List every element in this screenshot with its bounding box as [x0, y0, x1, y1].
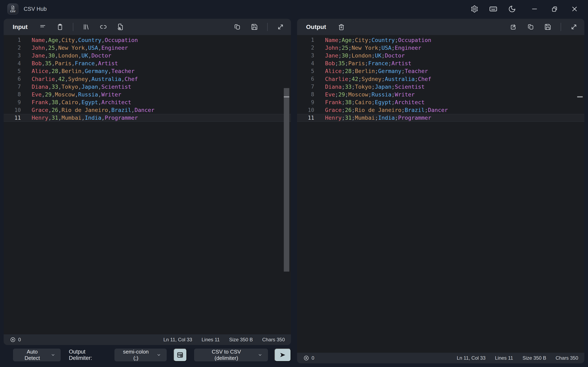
code-text: John,25,New York,USA,Engineer [32, 45, 128, 51]
keyboard-icon [489, 5, 497, 13]
code-text: Grace;26;Rio de Janeiro;Brazil;Dancer [325, 107, 448, 113]
app-icon-label: CSV [10, 10, 16, 13]
save-output-button[interactable] [544, 23, 552, 31]
line-number: 9 [297, 99, 318, 105]
settings-button[interactable] [470, 4, 479, 13]
input-format-dropdown[interactable]: Auto Detect [13, 349, 61, 361]
code-line: 3Jane,30,London,UK,Doctor [4, 52, 291, 59]
close-button[interactable] [570, 4, 579, 13]
code-line: 4Bob,35,Paris,France,Artist [4, 59, 291, 67]
input-char-count: Chars 350 [262, 337, 285, 342]
expand-icon [277, 24, 284, 30]
gear-icon [471, 5, 478, 13]
input-panel: Input [4, 19, 291, 345]
line-number: 4 [297, 60, 318, 67]
input-code-area: 1Name,Age,City,Country,Occupation2John,2… [4, 35, 291, 122]
line-number: 8 [4, 91, 24, 98]
expand-output-button[interactable] [570, 23, 578, 31]
library-button[interactable] [82, 23, 90, 31]
code-text: Jane,30,London,UK,Doctor [32, 52, 111, 59]
app-icon: CSV [7, 3, 18, 15]
toolbar-separator [73, 23, 73, 31]
theme-toggle-button[interactable] [508, 4, 517, 13]
output-delimiter-dropdown[interactable]: semi-colon (;) [114, 349, 167, 361]
code-line: 11Henry,31,Mumbai,India,Programmer [4, 114, 291, 122]
input-panel-title: Input [13, 24, 27, 30]
input-panel-header: Input [4, 19, 291, 35]
line-number: 11 [297, 115, 318, 121]
sample-data-button[interactable] [39, 23, 47, 31]
line-number: 2 [4, 45, 24, 51]
code-line: 7Diana;33;Tokyo;Japan;Scientist [297, 83, 584, 91]
window-title: CSV Hub [24, 6, 47, 12]
paste-button[interactable] [56, 23, 64, 31]
output-panel-header: Output [297, 19, 584, 35]
output-size: Size 350 B [522, 355, 546, 361]
copy-output-button[interactable] [526, 23, 535, 31]
code-line: 5Alice,28,Berlin,Germany,Teacher [4, 67, 291, 75]
clear-output-button[interactable] [337, 23, 346, 31]
code-text: Henry;31;Mumbai;India;Programmer [325, 115, 431, 121]
save-icon [251, 24, 258, 30]
input-error-count: 0 [18, 337, 21, 342]
code-text: Name,Age,City,Country,Occupation [32, 37, 138, 43]
error-circle-icon [10, 337, 16, 342]
code-text: Alice,28,Berlin,Germany,Teacher [32, 68, 135, 74]
save-input-button[interactable] [250, 23, 259, 31]
save-icon [544, 24, 551, 30]
line-number: 7 [297, 83, 318, 90]
output-delimiter-value: semi-colon (;) [120, 349, 152, 361]
copy-icon [234, 24, 241, 30]
open-file-button[interactable] [116, 23, 125, 31]
convert-button[interactable] [274, 349, 291, 361]
input-size: Size 350 B [229, 337, 253, 342]
keyboard-shortcuts-button[interactable] [489, 4, 498, 13]
copy-input-button[interactable] [233, 23, 242, 31]
code-line: 5Alice;28;Berlin;Germany;Teacher [297, 67, 584, 75]
line-number: 10 [4, 107, 24, 113]
line-number: 6 [4, 76, 24, 82]
line-number: 11 [4, 115, 24, 121]
input-scrollbar-thumb[interactable] [284, 88, 289, 272]
output-editor[interactable]: 1Name;Age;City;Country;Occupation2John;2… [297, 35, 584, 353]
send-icon [279, 351, 286, 359]
input-editor[interactable]: 1Name,Age,City,Country,Occupation2John,2… [4, 35, 291, 334]
share-output-button[interactable] [509, 23, 518, 31]
trash-icon [338, 24, 345, 30]
text-lines-icon [39, 24, 46, 30]
code-line: 1Name,Age,City,Country,Occupation [4, 36, 291, 44]
line-number: 5 [297, 68, 318, 74]
conversion-mode-dropdown[interactable]: CSV to CSV (delimiter) [194, 349, 268, 361]
table-view-button[interactable] [173, 349, 187, 361]
table-layout-icon [176, 351, 184, 359]
line-number: 1 [4, 37, 24, 43]
minimize-button[interactable] [530, 4, 539, 13]
code-line: 11Henry;31;Mumbai;India;Programmer [297, 114, 584, 122]
output-cursor-marker [577, 96, 583, 98]
toolbar-separator [267, 23, 268, 31]
moon-icon [508, 5, 516, 13]
output-scrollbar [577, 35, 583, 353]
code-line: 1Name;Age;City;Country;Occupation [297, 36, 584, 44]
output-error-counter: 0 [303, 355, 314, 361]
share-icon [510, 24, 517, 30]
code-line: 4Bob;35;Paris;France;Artist [297, 59, 584, 67]
code-text: Jane;30;London;UK;Doctor [325, 52, 405, 59]
chevron-down-icon [51, 353, 55, 357]
code-line: 9Frank,38,Cairo,Egypt,Architect [4, 99, 291, 106]
code-text: Frank;38;Cairo;Egypt;Architect [325, 99, 425, 105]
output-panel: Output [297, 19, 584, 363]
toolbar-separator [561, 23, 561, 31]
output-status-bar: 0 Ln 11, Col 33 Lines 11 Size 350 B Char… [297, 353, 584, 363]
restore-button[interactable] [550, 4, 559, 13]
output-cursor-position: Ln 11, Col 33 [457, 355, 485, 361]
code-line: 10Grace,26,Rio de Janeiro,Brazil,Dancer [4, 106, 291, 114]
expand-input-button[interactable] [276, 23, 285, 31]
input-scrollbar [284, 35, 289, 334]
code-text: Henry,31,Mumbai,India,Programmer [32, 115, 138, 121]
code-text: Grace,26,Rio de Janeiro,Brazil,Dancer [32, 107, 155, 113]
conversion-toolbar: Auto Detect Output Delimiter: semi-colon… [4, 347, 291, 363]
chevron-down-icon [156, 353, 161, 357]
load-url-button[interactable] [99, 23, 108, 31]
input-cursor-marker [284, 96, 289, 98]
